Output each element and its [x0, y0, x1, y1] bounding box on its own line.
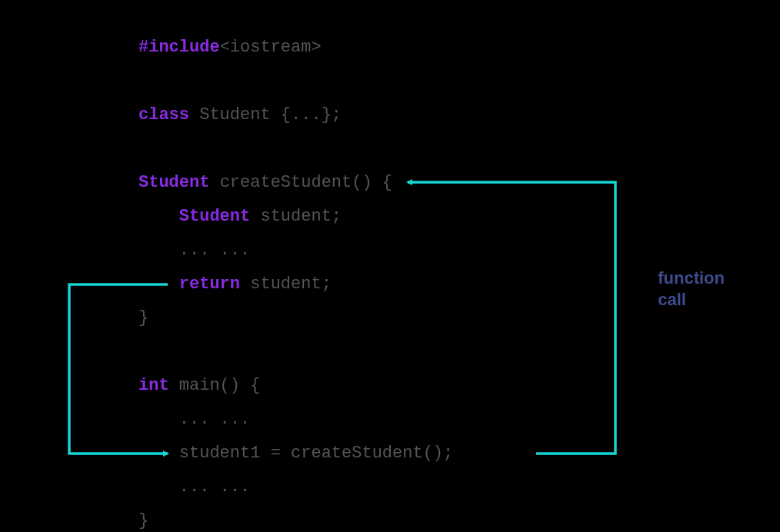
code-line-10: int main() {: [138, 369, 453, 403]
code-token: class: [138, 105, 199, 125]
code-line-4: Student createStudent() {: [138, 166, 453, 200]
code-token: Student {...};: [199, 105, 342, 125]
code-line-13: ... ...: [138, 470, 453, 504]
code-block: #include<iostream>class Student {...};St…: [138, 31, 453, 532]
code-line-7: return student;: [138, 268, 453, 301]
code-token: ... ...: [138, 241, 250, 260]
code-line-5: Student student;: [138, 200, 453, 234]
code-token: #include: [138, 38, 220, 57]
code-token: <iostream>: [220, 38, 322, 57]
annotation-line1: function: [658, 268, 725, 289]
code-token: return: [179, 274, 250, 294]
code-token: student1 = createStudent();: [138, 444, 453, 463]
code-token: student;: [260, 207, 342, 226]
annotation-line2: call: [658, 289, 725, 311]
annotation-function-call: function call: [658, 268, 725, 311]
code-token: [138, 207, 179, 226]
code-line-9: [138, 335, 453, 369]
code-line-0: #include<iostream>: [138, 31, 453, 65]
code-token: student;: [250, 274, 332, 294]
code-token: ... ...: [138, 477, 250, 497]
code-line-6: ... ...: [138, 234, 453, 268]
code-line-11: ... ...: [138, 403, 453, 437]
code-line-14: }: [138, 504, 453, 532]
code-token: }: [138, 511, 148, 530]
code-token: createStudent() {: [220, 173, 392, 192]
code-token: Student: [138, 173, 220, 192]
code-line-2: class Student {...};: [138, 98, 453, 132]
code-token: Student: [179, 207, 261, 226]
code-line-8: }: [138, 301, 453, 335]
code-token: int: [138, 376, 179, 395]
code-token: }: [138, 308, 148, 328]
code-line-3: [138, 132, 453, 166]
code-token: main() {: [179, 376, 261, 395]
code-token: [138, 274, 179, 294]
code-token: ... ...: [138, 410, 250, 429]
code-line-1: [138, 65, 453, 98]
code-line-12: student1 = createStudent();: [138, 437, 453, 470]
